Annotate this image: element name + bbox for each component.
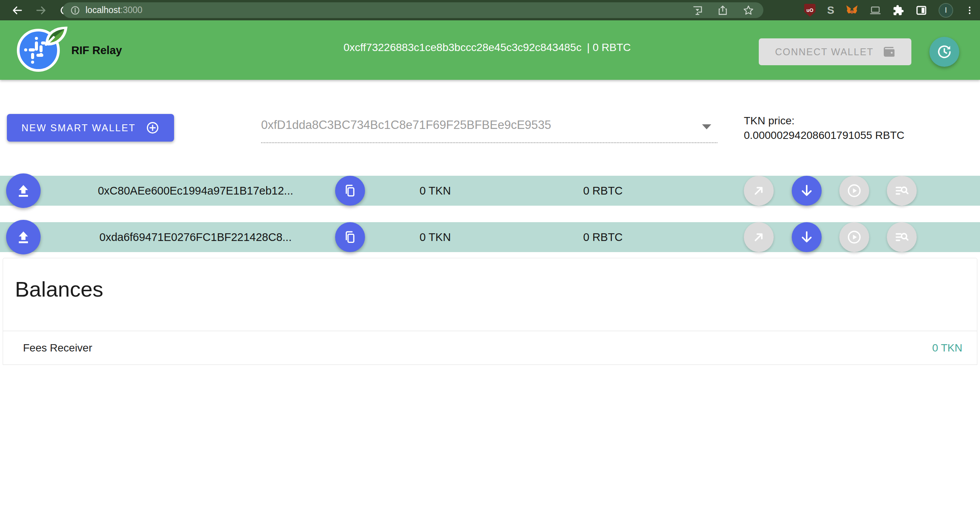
update-icon: [936, 44, 952, 60]
connect-wallet-button[interactable]: CONNECT WALLET: [759, 38, 911, 65]
add-circle-icon: [146, 121, 159, 135]
metamask-extension-icon[interactable]: [846, 4, 858, 16]
receive-button[interactable]: [792, 222, 822, 252]
new-smart-wallet-button[interactable]: NEW SMART WALLET: [7, 114, 174, 142]
tkn-price-value: 0.00000294208601791055 RBTC: [744, 128, 904, 143]
new-smart-wallet-label: NEW SMART WALLET: [21, 122, 136, 134]
connect-wallet-label: CONNECT WALLET: [775, 46, 873, 58]
copy-address-button[interactable]: [335, 222, 365, 252]
app-title: RIF Relay: [71, 44, 122, 57]
copy-icon: [343, 184, 357, 198]
play-circle-icon: [847, 183, 862, 198]
smart-wallet-address: 0xda6f69471E0276FC1BF221428C8...: [58, 222, 334, 252]
inspect-transactions-button[interactable]: [887, 222, 917, 252]
account-address: 0xcff73226883c1ce8b3bccc28e45c3c92c84348…: [344, 41, 582, 53]
copy-icon: [343, 230, 357, 244]
execute-button[interactable]: [839, 176, 869, 206]
account-balance: | 0 RBTC: [587, 41, 631, 53]
site-info-icon[interactable]: [70, 5, 80, 15]
install-app-icon[interactable]: [692, 5, 703, 16]
arrow-down-icon: [799, 183, 814, 198]
wallet-tkn-balance: 0 TKN: [389, 176, 481, 206]
manage-search-icon: [894, 229, 909, 245]
transfer-out-button[interactable]: [744, 222, 774, 252]
balances-title: Balances: [15, 277, 103, 302]
wallet-rbtc-balance: 0 RBTC: [550, 176, 656, 206]
sidebar-toggle-icon[interactable]: [916, 5, 927, 16]
rif-relay-logo: [17, 28, 67, 74]
fees-receiver-row: Fees Receiver 0 TKN: [3, 331, 977, 365]
upload-icon: [15, 182, 32, 199]
arrow-outward-icon: [751, 230, 766, 244]
url-port: :3000: [120, 5, 143, 15]
url-host: localhost: [86, 5, 120, 15]
back-icon[interactable]: [9, 2, 25, 18]
copy-address-button[interactable]: [335, 176, 365, 206]
s-extension-icon[interactable]: S: [827, 4, 834, 16]
profile-avatar[interactable]: I: [939, 3, 953, 18]
wallet-icon: [882, 45, 895, 58]
account-summary: 0xcff73226883c1ce8b3bccc28e45c3c92c84348…: [344, 41, 631, 54]
smart-wallet-select[interactable]: 0xfD1dda8C3BC734Bc1C8e71F69F25BFBEe9cE95…: [261, 115, 717, 143]
smart-wallet-select-value: 0xfD1dda8C3BC734Bc1C8e71F69F25BFBEe9cE95…: [261, 118, 551, 132]
execute-button[interactable]: [839, 222, 869, 252]
inspect-transactions-button[interactable]: [887, 176, 917, 206]
forward-icon[interactable]: [33, 2, 49, 18]
share-icon[interactable]: [717, 5, 728, 16]
deploy-upload-button[interactable]: [6, 220, 41, 254]
extensions-puzzle-icon[interactable]: [893, 5, 904, 16]
refresh-fab-button[interactable]: [929, 37, 959, 67]
deploy-upload-button[interactable]: [6, 173, 41, 208]
smart-wallet-row: 0xda6f69471E0276FC1BF221428C8... 0 TKN 0…: [0, 222, 980, 252]
tkn-price-label: TKN price:: [744, 114, 904, 128]
ublock-extension-icon[interactable]: uO: [804, 4, 816, 17]
arrow-down-icon: [799, 229, 814, 245]
wallet-rbtc-balance: 0 RBTC: [550, 222, 656, 252]
screen-share-icon[interactable]: [870, 5, 881, 16]
bookmark-star-icon[interactable]: [743, 5, 754, 16]
arrow-outward-icon: [751, 183, 766, 198]
app-header: RIF Relay 0xcff73226883c1ce8b3bccc28e45c…: [0, 20, 980, 80]
receive-button[interactable]: [792, 176, 822, 206]
balances-card: Balances Fees Receiver 0 TKN: [3, 258, 977, 365]
browser-chrome: localhost:3000 uO S I: [0, 0, 980, 20]
tkn-price: TKN price: 0.00000294208601791055 RBTC: [744, 114, 904, 143]
url-bar[interactable]: localhost:3000: [62, 2, 763, 18]
extension-row: uO S I: [804, 2, 975, 18]
fees-receiver-value: 0 TKN: [932, 342, 962, 354]
leaf-icon: [44, 26, 68, 46]
chevron-down-icon: [702, 124, 711, 129]
smart-wallet-row: 0xC80AEe600Ec1994a97E1B17eb12... 0 TKN 0…: [0, 176, 980, 206]
smart-wallet-address: 0xC80AEe600Ec1994a97E1B17eb12...: [58, 176, 334, 206]
upload-icon: [15, 229, 32, 246]
fees-receiver-label: Fees Receiver: [23, 342, 92, 354]
play-circle-icon: [847, 229, 862, 245]
manage-search-icon: [894, 183, 909, 198]
wallet-tkn-balance: 0 TKN: [389, 222, 481, 252]
browser-menu-icon[interactable]: [965, 5, 975, 15]
transfer-out-button[interactable]: [744, 176, 774, 206]
